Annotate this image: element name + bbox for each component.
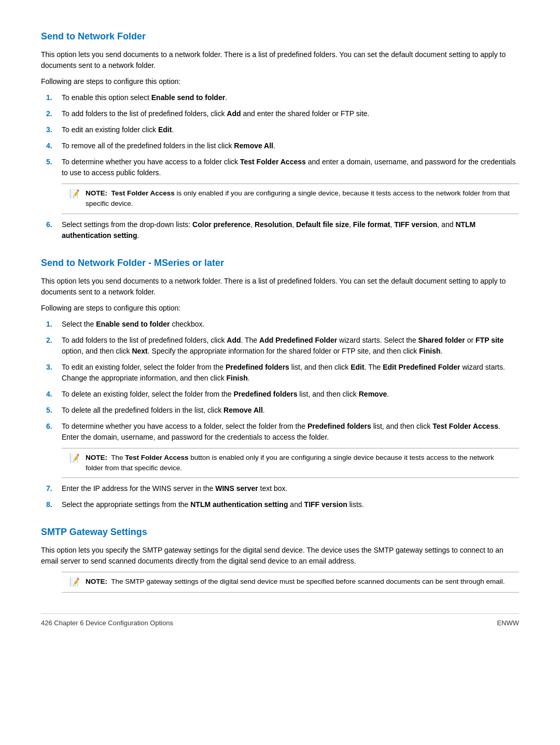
- step-text: Enter the IP address for the WINS server…: [62, 483, 519, 494]
- step-2-2: 2. To add folders to the list of predefi…: [41, 335, 519, 357]
- step-2-3: 3. To edit an existing folder, select th…: [41, 362, 519, 384]
- step-text: To edit an existing folder click Edit.: [62, 124, 519, 135]
- step-text: To determine whether you have access to …: [62, 421, 519, 443]
- steps-intro-2: Following are steps to configure this op…: [41, 303, 519, 314]
- step-text: To determine whether you have access to …: [62, 157, 519, 178]
- step-number: 2.: [46, 108, 62, 119]
- note-icon: 📝: [68, 577, 81, 588]
- section-title-1: Send to Network Folder: [41, 31, 519, 42]
- step-text: To delete an existing folder, select the…: [62, 389, 519, 400]
- section-title-2: Send to Network Folder - MSeries or late…: [41, 258, 519, 269]
- steps-list-2: 1. Select the Enable send to folder chec…: [41, 319, 519, 443]
- page-content: Send to Network Folder This option lets …: [41, 31, 519, 627]
- note-text-1: NOTE: Test Folder Access is only enabled…: [86, 188, 513, 209]
- step-2-6: 6. To determine whether you have access …: [41, 421, 519, 443]
- step-number: 1.: [46, 92, 62, 103]
- note-text-3: NOTE: The SMTP gateway settings of the d…: [86, 577, 505, 587]
- note-box-3: 📝 NOTE: The SMTP gateway settings of the…: [62, 572, 519, 593]
- step-number: 7.: [46, 483, 62, 494]
- step-1-4: 4. To remove all of the predefined folde…: [41, 140, 519, 151]
- step-number: 1.: [46, 319, 62, 330]
- step-text: To remove all of the predefined folders …: [62, 140, 519, 151]
- step-number: 5.: [46, 157, 62, 167]
- step-text: To edit an existing folder, select the f…: [62, 362, 519, 384]
- step-number: 6.: [46, 219, 62, 230]
- step-text: To add folders to the list of predefined…: [62, 335, 519, 357]
- step-number: 4.: [46, 389, 62, 400]
- step-text: To add folders to the list of predefined…: [62, 108, 519, 119]
- step-text: To delete all the predefined folders in …: [62, 405, 519, 416]
- step-1-5: 5. To determine whether you have access …: [41, 157, 519, 178]
- steps-list-1: 1. To enable this option select Enable s…: [41, 92, 519, 178]
- section-send-to-network-folder: Send to Network Folder This option lets …: [41, 31, 519, 241]
- note-box-2: 📝 NOTE: The Test Folder Access button is…: [62, 448, 519, 479]
- step-number: 3.: [46, 124, 62, 135]
- section-intro-2: This option lets you send documents to a…: [41, 276, 519, 298]
- page-footer: 426 Chapter 6 Device Configuration Optio…: [41, 613, 519, 627]
- step-1-3: 3. To edit an existing folder click Edit…: [41, 124, 519, 135]
- step-text: Select settings from the drop-down lists…: [62, 219, 519, 241]
- step-number: 8.: [46, 499, 62, 510]
- step-text: Select the Enable send to folder checkbo…: [62, 319, 519, 330]
- step-1-2: 2. To add folders to the list of predefi…: [41, 108, 519, 119]
- steps-intro-1: Following are steps to configure this op…: [41, 76, 519, 87]
- step-2-8: 8. Select the appropriate settings from …: [41, 499, 519, 510]
- step-2-1: 1. Select the Enable send to folder chec…: [41, 319, 519, 330]
- steps-list-2b: 7. Enter the IP address for the WINS ser…: [41, 483, 519, 510]
- step-2-5: 5. To delete all the predefined folders …: [41, 405, 519, 416]
- step-1-6: 6. Select settings from the drop-down li…: [41, 219, 519, 241]
- section-intro-3: This option lets you specify the SMTP ga…: [41, 545, 519, 567]
- section-send-to-network-folder-mseries: Send to Network Folder - MSeries or late…: [41, 258, 519, 511]
- step-1-1: 1. To enable this option select Enable s…: [41, 92, 519, 103]
- step-2-4: 4. To delete an existing folder, select …: [41, 389, 519, 400]
- step-number: 2.: [46, 335, 62, 346]
- section-intro-1: This option lets you send documents to a…: [41, 49, 519, 71]
- note-text-2: NOTE: The Test Folder Access button is e…: [86, 453, 513, 474]
- footer-left: 426 Chapter 6 Device Configuration Optio…: [41, 619, 173, 627]
- step-2-7: 7. Enter the IP address for the WINS ser…: [41, 483, 519, 494]
- step-number: 3.: [46, 362, 62, 373]
- step-number: 5.: [46, 405, 62, 416]
- step-number: 6.: [46, 421, 62, 432]
- note-icon: 📝: [68, 453, 81, 464]
- step-text: Select the appropriate settings from the…: [62, 499, 519, 510]
- step-text: To enable this option select Enable send…: [62, 92, 519, 103]
- section-smtp-gateway: SMTP Gateway Settings This option lets y…: [41, 527, 519, 593]
- note-icon: 📝: [68, 188, 81, 200]
- note-box-1: 📝 NOTE: Test Folder Access is only enabl…: [62, 184, 519, 214]
- step-number: 4.: [46, 140, 62, 151]
- steps-list-1b: 6. Select settings from the drop-down li…: [41, 219, 519, 241]
- footer-right: ENWW: [497, 619, 519, 627]
- section-title-3: SMTP Gateway Settings: [41, 527, 519, 538]
